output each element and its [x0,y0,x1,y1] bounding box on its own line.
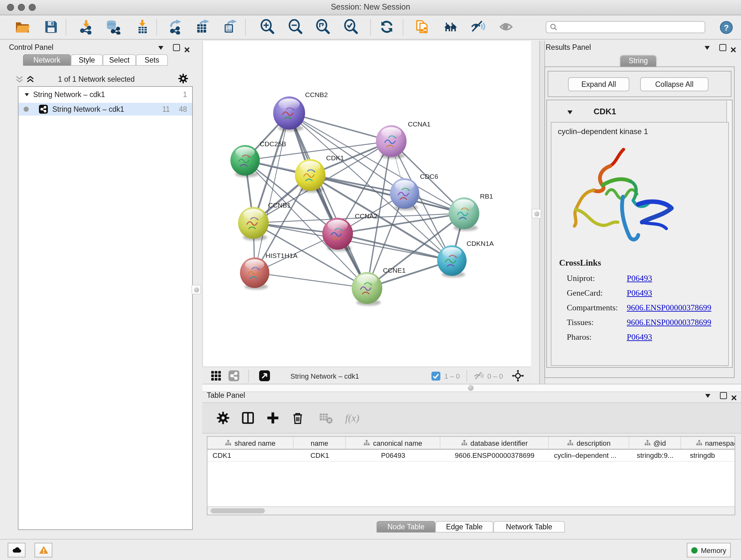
delete-column-button[interactable] [288,408,307,428]
gene-detail-card: cyclin–dependent kinase 1 [551,122,729,366]
crosslink-link[interactable]: P06493 [627,332,652,342]
gene-section-caret[interactable] [567,111,572,117]
svg-text:CDC25B: CDC25B [260,140,286,147]
birdseye-toggle-button[interactable] [498,18,515,35]
collection-expander-caret[interactable] [25,93,29,98]
collapse-all-button[interactable]: Collapse All [640,77,709,91]
memory-button[interactable]: Memory [687,543,731,557]
zoom-fit-button[interactable] [315,18,331,35]
column-header-name[interactable]: name [293,437,346,449]
table-panel-float-icon[interactable] [720,392,727,399]
scrollbar-thumb[interactable] [211,508,265,513]
control-panel-menu-caret[interactable] [158,46,163,52]
navigator-crosshair-icon[interactable] [512,370,524,382]
string-home-button[interactable] [442,18,459,35]
main-toolbar: ? [0,15,741,40]
export-table-button[interactable] [195,18,211,35]
table-header-row: shared namenamecanonical namedatabase id… [207,437,735,449]
table-panel-menu-caret[interactable] [705,394,711,400]
refresh-button[interactable] [379,18,395,35]
import-network-button[interactable] [78,18,94,35]
column-header-namespace[interactable]: namespace [681,437,735,449]
column-header-@id[interactable]: @id [629,437,681,449]
zoom-selected-button[interactable] [343,18,359,35]
column-header-shared-name[interactable]: shared name [207,437,293,449]
results-panel-close-icon[interactable] [730,44,737,56]
string-network-graph[interactable]: CCNB2CCNA1CDC25BCDK1CDC6RB1CCNB1CCNA2CDK… [203,41,531,367]
left-splitter-handle[interactable] [192,285,201,294]
results-scroll-card: CDK1 cyclin–dependent kinase 1 [546,100,733,368]
add-column-button[interactable] [263,408,282,428]
crosslink-link[interactable]: P06493 [627,288,652,298]
network-share-badge-icon[interactable] [228,370,239,381]
network-options-gear-icon[interactable] [178,73,189,84]
selected-checkbox-icon[interactable] [431,371,441,380]
open-file-button[interactable] [14,18,30,35]
column-header-canonical-name[interactable]: canonical name [346,437,441,449]
zoom-in-button[interactable] [259,18,276,35]
grid-view-icon[interactable] [211,370,221,381]
toolbar-separator [66,19,66,35]
right-splitter-handle[interactable] [532,209,541,219]
crosslink-row: Pharos:P06493 [567,329,726,344]
control-panel: Control Panel NetworkStyleSelectSets 1 o… [4,41,189,530]
table-panel-close-icon[interactable] [731,392,737,403]
crosslink-label: Uniprot: [567,273,627,283]
refresh-icon [379,19,394,35]
window-titlebar: Session: New Session [0,0,741,15]
search-input[interactable] [558,23,694,32]
show-columns-button[interactable] [238,408,257,428]
crosslink-row: Tissues:9606.ENSP00000378699 [567,315,726,329]
cloud-status-button[interactable] [8,543,25,557]
import-table-button[interactable] [134,18,151,35]
table-body: CDK1CDK1P064939606.ENSP00000378699cyclin… [207,449,735,462]
table-horizontal-scrollbar[interactable] [207,506,735,515]
control-panel-close-icon[interactable] [184,44,190,56]
clone-network-button[interactable] [414,18,430,35]
results-panel-menu-caret[interactable] [704,46,710,52]
table-row[interactable]: CDK1CDK1P064939606.ENSP00000378699cyclin… [207,449,735,462]
zoom-out-button[interactable] [287,18,304,35]
memory-label: Memory [701,546,726,554]
table-cell: CDK1 [293,449,346,461]
toolbar-separator [466,369,467,382]
warnings-button[interactable] [35,543,52,557]
column-header-database-identifier[interactable]: database identifier [441,437,549,449]
zoom-in-icon [260,19,275,35]
show-hide-details-button[interactable] [470,18,486,35]
help-button[interactable]: ? [720,21,733,34]
node-table[interactable]: shared namenamecanonical namedatabase id… [207,436,735,515]
toolbar-search[interactable] [546,21,705,33]
open-in-window-icon[interactable] [259,370,270,381]
results-panel-float-icon[interactable] [719,44,726,51]
tab-network-table[interactable]: Network Table [493,521,565,533]
expand-all-button[interactable]: Expand All [568,77,629,91]
network-collection-row[interactable]: String Network – cdk1 1 [18,87,192,100]
export-image-button[interactable] [222,18,239,35]
tab-sets[interactable]: Sets [136,54,168,66]
tab-string[interactable]: String [620,56,656,66]
export-network-button[interactable] [167,18,184,35]
tab-node-table[interactable]: Node Table [377,521,435,533]
column-header-description[interactable]: description [549,437,629,449]
network-canvas[interactable]: CCNB2CCNA1CDC25BCDK1CDC6RB1CCNB1CCNA2CDK… [202,41,531,367]
save-session-button[interactable] [43,18,59,35]
crosslink-link[interactable]: 9606.ENSP00000378699 [627,302,711,313]
toolbar-separator [245,19,246,35]
network-row-selected[interactable]: String Network – cdk1 11 48 [18,103,192,116]
delete-table-button [316,408,335,428]
import-network-from-database-button[interactable] [105,18,121,35]
tab-select[interactable]: Select [103,54,136,66]
tab-network[interactable]: Network [23,54,71,66]
crosslink-label: GeneCard: [567,288,627,298]
crosslink-link[interactable]: 9606.ENSP00000378699 [627,317,711,327]
crosslink-link[interactable]: P06493 [627,273,652,283]
tab-style[interactable]: Style [71,54,103,66]
table-settings-button[interactable] [213,408,232,428]
warning-icon [38,545,49,556]
table-panel-title: Table Panel [207,391,245,399]
zoom-selected-icon [343,19,359,35]
table-cell: CDK1 [207,449,293,461]
tab-edge-table[interactable]: Edge Table [435,521,493,533]
control-panel-float-icon[interactable] [173,44,180,51]
